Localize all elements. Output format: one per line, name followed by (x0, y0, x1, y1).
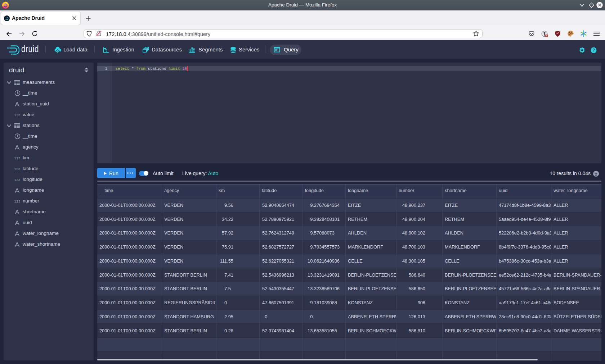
svg-text:?: ? (592, 48, 595, 52)
svg-text:uO: uO (556, 32, 559, 35)
